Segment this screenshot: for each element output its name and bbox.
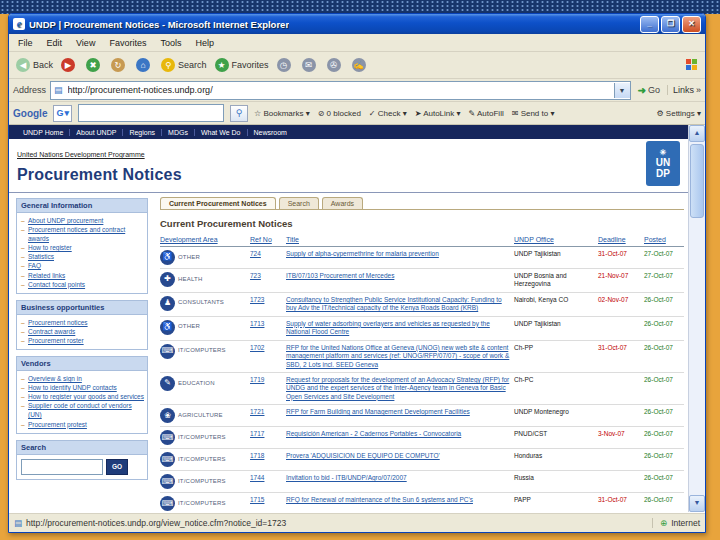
google-toolbar-item[interactable]: ☆ Bookmarks ▾ bbox=[254, 109, 310, 118]
column-deadline[interactable]: Deadline bbox=[598, 236, 640, 243]
tab-awards[interactable]: Awards bbox=[322, 197, 363, 209]
close-button[interactable]: ✕ bbox=[682, 16, 701, 33]
column-title[interactable]: Title bbox=[286, 236, 510, 243]
sidebar-link[interactable]: Related links bbox=[21, 271, 144, 280]
ref-no-link[interactable]: 1715 bbox=[250, 496, 264, 503]
toolbar-button[interactable]: ★ Favorites bbox=[211, 57, 273, 73]
toolbar-button[interactable]: ◷ bbox=[273, 57, 298, 73]
column-ref-no[interactable]: Ref No bbox=[250, 236, 282, 243]
ref-no-link[interactable]: 1723 bbox=[250, 296, 264, 303]
toolbar-button[interactable]: ↻ bbox=[107, 57, 132, 73]
menu-item[interactable]: Tools bbox=[153, 37, 188, 49]
sidebar-link[interactable]: Statistics bbox=[21, 252, 144, 261]
ref-no-link[interactable]: 1744 bbox=[250, 474, 264, 481]
maximize-button[interactable]: ❐ bbox=[661, 16, 680, 33]
sidebar-section-title: Vendors bbox=[17, 357, 147, 371]
sidebar-link[interactable]: Procurement protest bbox=[21, 420, 144, 429]
toolbar-button[interactable]: ✍ bbox=[348, 57, 373, 73]
ref-no-link[interactable]: 1718 bbox=[250, 452, 264, 459]
ref-no-link[interactable]: 1717 bbox=[250, 430, 264, 437]
go-button[interactable]: ➜ Go bbox=[635, 85, 663, 96]
toolbar-button[interactable]: ✇ bbox=[323, 57, 348, 73]
google-toolbar-item[interactable]: ✎ AutoFill bbox=[469, 109, 504, 118]
breadcrumb[interactable]: United Nations Development Programme bbox=[17, 151, 145, 158]
notice-title-link[interactable]: ITB/07/103 Procurement of Mercedes bbox=[286, 272, 394, 279]
menu-item[interactable]: View bbox=[69, 37, 102, 49]
vertical-scrollbar[interactable]: ▲ ▼ bbox=[688, 125, 705, 512]
site-nav-link[interactable]: MDGs bbox=[161, 129, 194, 136]
notice-title-link[interactable]: RFP for Farm Building and Management Dev… bbox=[286, 408, 470, 415]
google-toolbar-item[interactable]: ➤ AutoLink ▾ bbox=[415, 109, 461, 118]
scroll-up-icon[interactable]: ▲ bbox=[689, 125, 705, 142]
sidebar-search-go-button[interactable]: GO bbox=[106, 459, 128, 475]
toolbar-button[interactable]: ⚲ Search bbox=[157, 57, 211, 73]
toolbar-button[interactable]: ◀ Back bbox=[12, 57, 57, 73]
sidebar-link[interactable]: Procurement notices bbox=[21, 318, 144, 327]
minimize-button[interactable]: _ bbox=[640, 16, 659, 33]
sidebar-link[interactable]: Contact focal points bbox=[21, 280, 144, 289]
site-nav-link[interactable]: Regions bbox=[122, 129, 161, 136]
ref-no-link[interactable]: 724 bbox=[250, 250, 261, 257]
web-page: UNDP HomeAbout UNDPRegionsMDGsWhat We Do… bbox=[9, 125, 688, 512]
notice-title-link[interactable]: RFP for the United Nations Office at Gen… bbox=[286, 344, 509, 368]
sidebar-link[interactable]: Contract awards bbox=[21, 327, 144, 336]
column-development-area[interactable]: Development Area bbox=[160, 236, 246, 243]
title-bar[interactable]: e UNDP | Procurement Notices - Microsoft… bbox=[9, 14, 705, 34]
sidebar-link[interactable]: About UNDP procurement bbox=[21, 216, 144, 225]
google-toolbar-item[interactable]: ⊘ 0 blocked bbox=[318, 109, 361, 118]
sidebar-search-input[interactable] bbox=[21, 459, 103, 475]
column-posted[interactable]: Posted bbox=[644, 236, 684, 243]
toolbar-button[interactable]: ⌂ bbox=[132, 57, 157, 73]
site-nav-link[interactable]: UNDP Home bbox=[17, 129, 69, 136]
google-toolbar-item[interactable]: ✉ Send to ▾ bbox=[512, 109, 555, 118]
google-settings-button[interactable]: ⚙ Settings ▾ bbox=[656, 109, 701, 118]
sidebar-link[interactable]: Overview & sign in bbox=[21, 374, 144, 383]
site-nav-link[interactable]: About UNDP bbox=[69, 129, 122, 136]
notice-title-link[interactable]: Supply of water adsorbing overlayers and… bbox=[286, 320, 490, 335]
ref-no-link[interactable]: 723 bbox=[250, 272, 261, 279]
sidebar-link[interactable]: FAQ bbox=[21, 261, 144, 270]
menu-item[interactable]: Edit bbox=[40, 37, 70, 49]
google-toolbar-item[interactable]: ✓ Check ▾ bbox=[369, 109, 407, 118]
tab-search[interactable]: Search bbox=[279, 197, 319, 209]
notice-title-link[interactable]: Provera 'ADQUISICION DE EQUIPO DE COMPUT… bbox=[286, 452, 440, 459]
google-search-input[interactable] bbox=[78, 104, 224, 122]
sidebar-link[interactable]: How to identify UNDP contacts bbox=[21, 383, 144, 392]
scrollbar-thumb[interactable] bbox=[690, 144, 704, 218]
menu-item[interactable]: File bbox=[11, 37, 40, 49]
table-row: ✚ HEALTH 723 ITB/07/103 Procurement of M… bbox=[160, 269, 684, 293]
site-nav-link[interactable]: Newsroom bbox=[247, 129, 293, 136]
menu-item[interactable]: Favorites bbox=[102, 37, 153, 49]
address-dropdown-icon[interactable]: ▼ bbox=[614, 83, 630, 98]
menu-item[interactable]: Help bbox=[188, 37, 221, 49]
google-menu-button[interactable]: G ▾ bbox=[53, 105, 72, 122]
links-menu[interactable]: Links » bbox=[667, 85, 701, 95]
toolbar-button[interactable]: ▶ bbox=[57, 57, 82, 73]
site-nav-link[interactable]: What We Do bbox=[194, 129, 247, 136]
notice-title-link[interactable]: Consultancy to Strengthen Public Service… bbox=[286, 296, 502, 311]
sidebar-link[interactable]: Procurement notices and contract awards bbox=[21, 225, 144, 243]
ref-no-link[interactable]: 1702 bbox=[250, 344, 264, 351]
page-icon: ▤ bbox=[54, 85, 63, 95]
column-undp-office[interactable]: UNDP Office bbox=[514, 236, 594, 243]
notice-title-link[interactable]: RFQ for Renewal of maintenance of the Su… bbox=[286, 496, 473, 503]
address-input[interactable] bbox=[66, 83, 611, 98]
notice-title-link[interactable]: Requisición American - 2 Cadernos Portab… bbox=[286, 430, 461, 437]
sidebar-link[interactable]: Supplier code of conduct of vendors (UN) bbox=[21, 401, 144, 419]
ref-no-link[interactable]: 1719 bbox=[250, 376, 264, 383]
notice-title-link[interactable]: Supply of alpha-cypermethrine for malari… bbox=[286, 250, 439, 257]
sidebar-link[interactable]: How to register your goods and services bbox=[21, 392, 144, 401]
toolbar-button[interactable]: ✖ bbox=[82, 57, 107, 73]
google-search-button[interactable]: ⚲ bbox=[230, 105, 248, 122]
ref-no-link[interactable]: 1713 bbox=[250, 320, 264, 327]
notice-title-link[interactable]: Invitation to bid - ITB/UNDP/Agro/07/200… bbox=[286, 474, 407, 481]
sidebar-link[interactable]: Procurement roster bbox=[21, 336, 144, 345]
tab-current-procurement-notices[interactable]: Current Procurement Notices bbox=[160, 197, 276, 209]
scrollbar-track[interactable] bbox=[689, 142, 705, 495]
toolbar-button[interactable]: ✉ bbox=[298, 57, 323, 73]
ref-no-link[interactable]: 1721 bbox=[250, 408, 264, 415]
sidebar-link[interactable]: How to register bbox=[21, 243, 144, 252]
scroll-down-icon[interactable]: ▼ bbox=[689, 495, 705, 512]
notice-title-link[interactable]: Request for proposals for the developmen… bbox=[286, 376, 509, 400]
undp-office: Ch-PP bbox=[514, 344, 594, 352]
